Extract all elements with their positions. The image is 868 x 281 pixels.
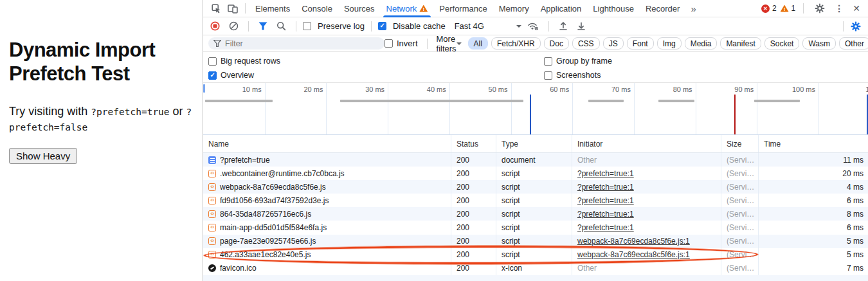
warning-count[interactable]: 1 bbox=[791, 4, 796, 13]
cell-initiator: Other bbox=[572, 262, 721, 275]
cell-type: x-icon bbox=[496, 262, 572, 275]
column-header-name[interactable]: Name bbox=[203, 135, 451, 152]
table-row[interactable]: ‹›fd9d1056-693ad74f37592d3e.js200script?… bbox=[203, 194, 868, 207]
overview-left-handle[interactable] bbox=[203, 84, 205, 93]
chip-socket[interactable]: Socket bbox=[764, 37, 800, 50]
initiator-link[interactable]: webpack-8a7c69ecda8c5f6e.js:1 bbox=[577, 237, 690, 246]
import-har-icon[interactable] bbox=[556, 21, 571, 31]
invert-checkbox[interactable] bbox=[384, 39, 393, 48]
tab-application[interactable]: Application bbox=[535, 0, 588, 17]
tab-memory[interactable]: Memory bbox=[493, 0, 535, 17]
more-tabs-button[interactable]: » bbox=[685, 3, 701, 14]
timeline-gridline bbox=[449, 83, 450, 134]
timeline-gridline bbox=[572, 83, 573, 134]
initiator-link[interactable]: ?prefetch=true:1 bbox=[577, 169, 634, 178]
chip-wasm[interactable]: Wasm bbox=[802, 37, 836, 50]
cell-time: 5 ms bbox=[758, 235, 868, 248]
web-page: Dynamic Import Prefetch Test Try visitin… bbox=[0, 0, 203, 281]
column-header-initiator[interactable]: Initiator bbox=[572, 135, 721, 152]
record-network-log-icon[interactable] bbox=[207, 21, 223, 31]
cell-time: 7 ms bbox=[758, 262, 868, 275]
initiator-link[interactable]: ?prefetch=true:1 bbox=[577, 223, 634, 232]
big-request-rows-checkbox[interactable] bbox=[208, 57, 217, 66]
chip-manifest[interactable]: Manifest bbox=[720, 37, 761, 50]
tab-sources[interactable]: Sources bbox=[338, 0, 381, 17]
cell-initiator: ?prefetch=true:1 bbox=[572, 194, 721, 207]
chip-img[interactable]: Img bbox=[657, 37, 682, 50]
overview-checkbox[interactable] bbox=[208, 71, 217, 80]
chip-other[interactable]: Other bbox=[839, 37, 868, 50]
tab-elements[interactable]: Elements bbox=[249, 0, 296, 17]
overview-request-bar bbox=[658, 100, 694, 102]
network-overview-timeline[interactable]: 10 ms20 ms30 ms40 ms50 ms60 ms70 ms80 ms… bbox=[203, 83, 868, 135]
initiator-link[interactable]: ?prefetch=true:1 bbox=[577, 210, 634, 219]
network-conditions-icon[interactable] bbox=[524, 21, 542, 31]
inspect-element-icon[interactable] bbox=[208, 4, 224, 14]
disable-cache-label: Disable cache bbox=[393, 21, 446, 31]
column-header-status[interactable]: Status bbox=[451, 135, 496, 152]
chevron-down-icon bbox=[457, 42, 462, 48]
more-filters-label: More filters bbox=[437, 34, 457, 53]
tab-recorder[interactable]: Recorder bbox=[640, 0, 685, 17]
tab-lighthouse[interactable]: Lighthouse bbox=[587, 0, 640, 17]
chip-all[interactable]: All bbox=[468, 37, 488, 50]
search-icon[interactable] bbox=[273, 21, 289, 31]
chip-media[interactable]: Media bbox=[685, 37, 718, 50]
table-row[interactable]: ‹›main-app-dd5d01d5f584e6fa.js200script?… bbox=[203, 221, 868, 234]
throttling-dropdown[interactable]: Fast 4G bbox=[455, 21, 521, 31]
chip-js[interactable]: JS bbox=[603, 37, 624, 50]
network-settings-gear-icon[interactable] bbox=[847, 21, 864, 32]
divider bbox=[427, 39, 428, 49]
table-row[interactable]: ?prefetch=true200documentOther(Servi…11 … bbox=[203, 153, 868, 167]
kebab-menu-icon[interactable]: ⋮ bbox=[832, 3, 846, 14]
timeline-gridline bbox=[388, 83, 388, 134]
initiator-link[interactable]: ?prefetch=true:1 bbox=[577, 183, 634, 192]
cell-initiator: Other bbox=[572, 153, 721, 167]
timeline-tick-label: 10 ms bbox=[226, 86, 262, 93]
preserve-log-checkbox[interactable] bbox=[303, 22, 311, 30]
table-row[interactable]: ‹›webpack-8a7c69ecda8c5f6e.js200script?p… bbox=[203, 180, 868, 194]
column-header-type[interactable]: Type bbox=[496, 135, 572, 152]
console-error-icon[interactable]: ✕ bbox=[761, 5, 770, 13]
column-header-time[interactable]: Time bbox=[758, 135, 868, 152]
settings-gear-icon[interactable] bbox=[811, 3, 828, 14]
tab-network[interactable]: Network! bbox=[381, 0, 434, 17]
timeline-gridline bbox=[757, 83, 757, 134]
tab-console[interactable]: Console bbox=[296, 0, 338, 17]
table-row[interactable]: ‹›page-7ae23e0925745e66.js200scriptwebpa… bbox=[203, 235, 868, 248]
cell-name: ‹›main-app-dd5d01d5f584e6fa.js bbox=[203, 221, 451, 234]
group-by-frame-checkbox[interactable] bbox=[544, 57, 552, 66]
cell-status: 200 bbox=[451, 167, 496, 180]
filter-input-box[interactable] bbox=[208, 37, 384, 50]
error-count[interactable]: 2 bbox=[772, 4, 777, 13]
chip-fetchxhr[interactable]: Fetch/XHR bbox=[491, 37, 541, 50]
clear-network-log-icon[interactable] bbox=[226, 21, 242, 31]
initiator-link[interactable]: ?prefetch=true:1 bbox=[577, 196, 634, 205]
cell-type: document bbox=[496, 153, 572, 167]
device-toolbar-icon[interactable] bbox=[224, 4, 241, 14]
export-har-icon[interactable] bbox=[574, 21, 589, 31]
timeline-gridline bbox=[818, 83, 819, 134]
chip-font[interactable]: Font bbox=[627, 37, 654, 50]
console-warning-icon[interactable]: ! bbox=[781, 5, 789, 12]
timeline-tick-label: 80 ms bbox=[656, 86, 692, 93]
close-devtools-icon[interactable]: ✕ bbox=[850, 3, 863, 14]
chip-css[interactable]: CSS bbox=[572, 37, 600, 50]
script-file-icon: ‹› bbox=[208, 251, 216, 258]
table-row[interactable]: ‹›864-35da487265716ec6.js200script?prefe… bbox=[203, 207, 868, 221]
cell-type: script bbox=[496, 235, 572, 248]
disable-cache-checkbox[interactable] bbox=[378, 22, 386, 30]
show-heavy-button[interactable]: Show Heavy bbox=[9, 148, 77, 164]
tab-performance[interactable]: Performance bbox=[433, 0, 493, 17]
initiator-link[interactable]: webpack-8a7c69ecda8c5f6e.js:1 bbox=[577, 250, 690, 259]
table-row[interactable]: favicon.ico200x-iconOther(Servi…7 ms bbox=[203, 262, 868, 275]
table-row-circled[interactable]: ‹›462.a33aae1ec82e40e5.js200scriptwebpac… bbox=[203, 248, 868, 262]
screenshots-checkbox[interactable] bbox=[544, 71, 552, 80]
table-row[interactable]: ‹›.webcontainer@runtime.cb7c0bca.js200sc… bbox=[203, 167, 868, 180]
chip-doc[interactable]: Doc bbox=[544, 37, 569, 50]
column-header-size[interactable]: Size bbox=[721, 135, 758, 152]
filter-input[interactable] bbox=[225, 39, 379, 48]
filter-funnel-icon[interactable] bbox=[255, 22, 271, 30]
network-filter-row: Invert More filters AllFetch/XHRDocCSSJS… bbox=[203, 35, 868, 52]
more-filters-dropdown[interactable]: More filters bbox=[437, 34, 462, 53]
